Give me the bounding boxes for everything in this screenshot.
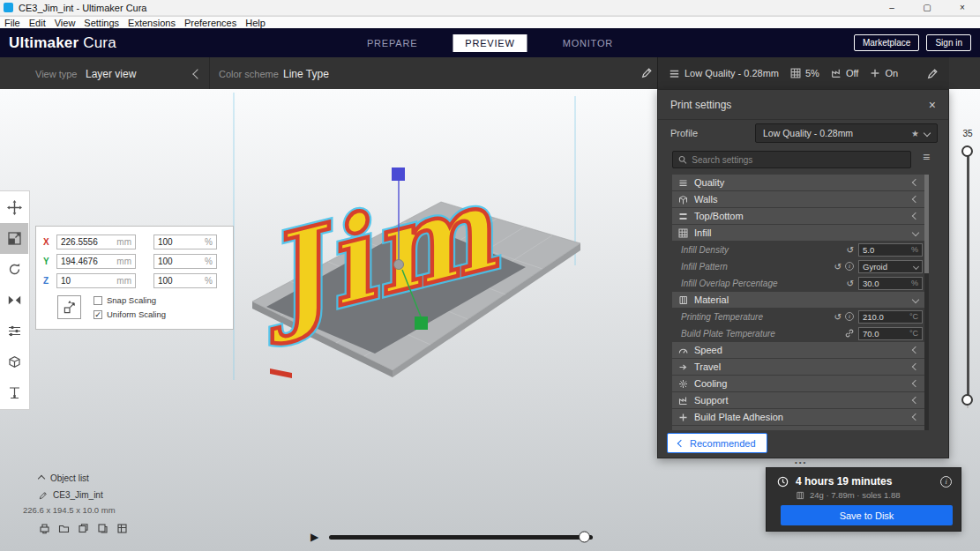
- scale-x-size-input[interactable]: [61, 237, 114, 247]
- menu-view[interactable]: View: [50, 18, 80, 28]
- per-model-settings-icon: [7, 324, 22, 339]
- close-panel-icon[interactable]: ×: [929, 98, 936, 112]
- print-settings-header: Print settings ×: [658, 90, 948, 120]
- menu-edit[interactable]: Edit: [25, 18, 50, 28]
- infill-overlap-input[interactable]: [863, 279, 909, 288]
- custom-supports-icon: [7, 385, 22, 400]
- mirror-tool[interactable]: [0, 285, 28, 316]
- category-support[interactable]: Support: [672, 392, 924, 408]
- scrubber-knob[interactable]: [579, 532, 590, 543]
- material-icon: [678, 295, 688, 305]
- view-type-selector[interactable]: Layer view: [86, 68, 136, 80]
- category-infill[interactable]: Infill: [672, 225, 924, 241]
- object-list-toggle[interactable]: Object list: [39, 473, 182, 483]
- tab-prepare[interactable]: PREPARE: [355, 34, 430, 52]
- summary-support[interactable]: Off: [831, 68, 858, 78]
- category-walls[interactable]: Walls: [672, 191, 924, 207]
- close-button[interactable]: ×: [945, 0, 980, 16]
- folder-icon[interactable]: [58, 523, 70, 534]
- printing-temperature-input[interactable]: [863, 312, 908, 322]
- layer-slider-top-handle[interactable]: [961, 145, 973, 157]
- category-cooling[interactable]: Cooling: [672, 376, 924, 391]
- menu-file[interactable]: File: [0, 18, 25, 28]
- category-travel[interactable]: Travel: [672, 359, 924, 375]
- category-top-bottom[interactable]: Top/Bottom: [672, 208, 924, 224]
- scale-z-size-input[interactable]: [61, 276, 114, 286]
- travel-icon: [678, 362, 688, 372]
- summary-profile[interactable]: Low Quality - 0.28mm: [669, 68, 779, 79]
- edit-view-pencil-icon[interactable]: [641, 67, 653, 78]
- custom-supports-tool[interactable]: [0, 377, 28, 408]
- reset-icon[interactable]: ↺: [834, 312, 842, 322]
- summary-adhesion[interactable]: On: [870, 68, 898, 78]
- summary-infill[interactable]: 5%: [790, 68, 819, 78]
- menu-extensions[interactable]: Extensions: [123, 18, 180, 28]
- profile-layers-icon: [669, 68, 680, 79]
- search-box[interactable]: [672, 151, 911, 168]
- scale-x-percent-input[interactable]: [158, 237, 202, 247]
- menu-preferences[interactable]: Preferences: [180, 18, 241, 28]
- signin-button[interactable]: Sign in: [926, 34, 971, 51]
- reset-icon[interactable]: ↺: [834, 262, 842, 272]
- object-list-item[interactable]: CE3_Jim_int: [39, 490, 182, 500]
- infill-pattern-dropdown[interactable]: Gyroid: [858, 260, 923, 273]
- panel-drag-handle[interactable]: •••: [795, 458, 807, 466]
- reset-icon[interactable]: ↺: [847, 279, 854, 288]
- menu-settings[interactable]: Settings: [79, 18, 123, 28]
- recommended-mode-button[interactable]: Recommended: [667, 433, 767, 453]
- settings-visibility-menu-icon[interactable]: ≡: [923, 150, 930, 164]
- marketplace-button[interactable]: Marketplace: [854, 34, 919, 51]
- scale-y-size-input[interactable]: [61, 257, 114, 266]
- color-scheme-selector[interactable]: Line Type: [283, 68, 329, 80]
- chevron-up-icon: [38, 474, 45, 481]
- duplicate-icon[interactable]: [78, 523, 89, 534]
- copy-icon[interactable]: [97, 523, 108, 534]
- category-quality[interactable]: Quality: [672, 175, 924, 190]
- y-axis-handle[interactable]: [415, 316, 428, 330]
- chevron-left-icon: [912, 413, 919, 421]
- save-to-disk-button[interactable]: Save to Disk: [781, 505, 953, 525]
- layers-icon[interactable]: [116, 523, 128, 534]
- play-button[interactable]: ▶: [310, 531, 318, 543]
- menu-help[interactable]: Help: [241, 18, 270, 28]
- category-build-plate-adhesion[interactable]: Build Plate Adhesion: [672, 409, 924, 425]
- tab-monitor[interactable]: MONITOR: [550, 34, 625, 52]
- scale-tool[interactable]: [0, 223, 28, 254]
- info-icon: i: [845, 262, 854, 271]
- move-tool[interactable]: [0, 192, 28, 223]
- settings-scrollbar[interactable]: [924, 175, 929, 430]
- edit-settings-pencil-icon[interactable]: [927, 68, 939, 79]
- view-type-label: View type: [35, 69, 78, 79]
- printer-icon[interactable]: [39, 523, 50, 534]
- category-speed[interactable]: Speed: [672, 342, 924, 358]
- collapse-view-panel-icon[interactable]: [192, 69, 202, 78]
- support-blocker-tool[interactable]: [0, 346, 28, 377]
- layer-slider-bottom-handle[interactable]: [961, 394, 973, 406]
- info-icon[interactable]: i: [940, 476, 952, 488]
- maximize-button[interactable]: ▢: [909, 0, 945, 16]
- minimize-button[interactable]: –: [874, 0, 909, 16]
- gizmo-center-handle[interactable]: [394, 260, 404, 270]
- uniform-scaling-checkbox[interactable]: ✓ Uniform Scaling: [94, 309, 166, 319]
- profile-dropdown[interactable]: Low Quality - 0.28mm ★: [755, 123, 938, 143]
- rotate-tool[interactable]: [0, 254, 28, 285]
- tab-preview[interactable]: PREVIEW: [453, 34, 527, 52]
- snap-scaling-checkbox[interactable]: Snap Scaling: [94, 295, 166, 305]
- cooling-icon: [678, 379, 688, 389]
- link-icon[interactable]: [845, 329, 854, 338]
- scale-z-percent-input[interactable]: [158, 276, 202, 286]
- chevron-down-icon: [924, 130, 931, 137]
- star-icon[interactable]: ★: [911, 129, 919, 138]
- print-settings-summary[interactable]: Low Quality - 0.28mm 5% Off On: [657, 57, 949, 89]
- scale-y-percent-input[interactable]: [158, 257, 202, 266]
- category-material[interactable]: Material: [672, 292, 924, 308]
- build-plate-temperature-input[interactable]: [863, 329, 908, 339]
- per-model-settings-tool[interactable]: [0, 316, 28, 346]
- scrollbar-thumb[interactable]: [924, 175, 929, 273]
- layer-slider-range[interactable]: [967, 153, 969, 401]
- scrubber-track[interactable]: [329, 535, 593, 540]
- search-settings-input[interactable]: [692, 155, 905, 165]
- infill-density-input[interactable]: [863, 245, 909, 255]
- reset-icon[interactable]: ↺: [847, 245, 854, 255]
- z-axis-handle[interactable]: [392, 168, 405, 181]
